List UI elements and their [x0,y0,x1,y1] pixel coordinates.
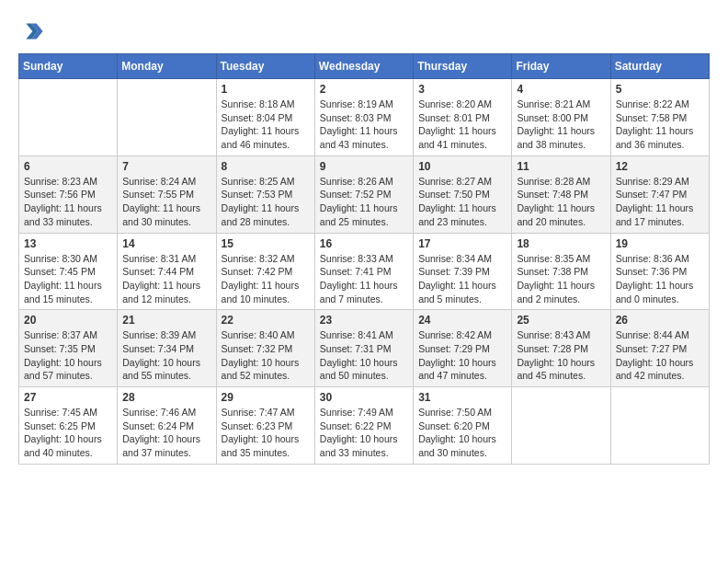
day-info: Sunrise: 8:35 AM Sunset: 7:38 PM Dayligh… [517,252,605,306]
calendar-cell: 17Sunrise: 8:34 AM Sunset: 7:39 PM Dayli… [414,233,512,310]
logo [18,18,48,44]
calendar-cell: 25Sunrise: 8:43 AM Sunset: 7:28 PM Dayli… [512,310,610,387]
day-info: Sunrise: 8:18 AM Sunset: 8:04 PM Dayligh… [222,98,310,152]
day-number: 3 [418,83,506,96]
calendar-cell: 2Sunrise: 8:19 AM Sunset: 8:03 PM Daylig… [314,79,413,156]
day-number: 25 [517,314,605,327]
day-info: Sunrise: 8:24 AM Sunset: 7:55 PM Dayligh… [122,175,210,229]
day-number: 17 [418,237,506,250]
calendar-cell: 5Sunrise: 8:22 AM Sunset: 7:58 PM Daylig… [610,79,709,156]
calendar-cell: 21Sunrise: 8:39 AM Sunset: 7:34 PM Dayli… [118,310,216,387]
day-number: 5 [616,83,704,96]
day-info: Sunrise: 8:34 AM Sunset: 7:39 PM Dayligh… [418,252,506,306]
day-info: Sunrise: 8:27 AM Sunset: 7:50 PM Dayligh… [418,175,506,229]
calendar-body: 1Sunrise: 8:18 AM Sunset: 8:04 PM Daylig… [19,79,710,465]
day-info: Sunrise: 7:47 AM Sunset: 6:23 PM Dayligh… [222,406,310,460]
day-info: Sunrise: 8:43 AM Sunset: 7:28 PM Dayligh… [517,328,605,383]
day-info: Sunrise: 8:37 AM Sunset: 7:35 PM Dayligh… [24,328,112,383]
page-header [18,18,710,44]
header-row: SundayMondayTuesdayWednesdayThursdayFrid… [19,54,710,79]
day-info: Sunrise: 8:32 AM Sunset: 7:42 PM Dayligh… [222,252,310,306]
calendar-cell [512,387,610,465]
day-info: Sunrise: 8:28 AM Sunset: 7:48 PM Dayligh… [517,175,605,229]
day-number: 21 [122,314,210,327]
calendar-cell: 31Sunrise: 7:50 AM Sunset: 6:20 PM Dayli… [414,387,512,465]
day-number: 10 [418,160,506,173]
day-number: 20 [24,314,112,327]
header-cell-saturday: Saturday [610,54,709,79]
calendar-row: 27Sunrise: 7:45 AM Sunset: 6:25 PM Dayli… [19,387,710,465]
calendar-cell: 18Sunrise: 8:35 AM Sunset: 7:38 PM Dayli… [512,233,610,310]
day-info: Sunrise: 8:22 AM Sunset: 7:58 PM Dayligh… [616,98,704,152]
day-info: Sunrise: 8:40 AM Sunset: 7:32 PM Dayligh… [222,328,310,383]
day-number: 23 [320,314,408,327]
calendar-cell: 15Sunrise: 8:32 AM Sunset: 7:42 PM Dayli… [216,233,314,310]
day-number: 31 [418,391,506,404]
day-info: Sunrise: 8:29 AM Sunset: 7:47 PM Dayligh… [616,175,704,229]
header-cell-monday: Monday [118,54,216,79]
day-info: Sunrise: 8:23 AM Sunset: 7:56 PM Dayligh… [24,175,112,229]
calendar-cell: 27Sunrise: 7:45 AM Sunset: 6:25 PM Dayli… [19,387,118,465]
day-info: Sunrise: 8:26 AM Sunset: 7:52 PM Dayligh… [320,175,408,229]
day-number: 6 [24,160,112,173]
calendar-cell: 10Sunrise: 8:27 AM Sunset: 7:50 PM Dayli… [414,155,512,233]
day-info: Sunrise: 8:42 AM Sunset: 7:29 PM Dayligh… [418,328,506,383]
day-number: 2 [320,83,408,96]
header-cell-thursday: Thursday [414,54,512,79]
calendar-row: 13Sunrise: 8:30 AM Sunset: 7:45 PM Dayli… [19,233,710,310]
day-info: Sunrise: 8:20 AM Sunset: 8:01 PM Dayligh… [418,98,506,152]
day-number: 8 [222,160,310,173]
day-info: Sunrise: 8:36 AM Sunset: 7:36 PM Dayligh… [616,252,704,306]
calendar-header: SundayMondayTuesdayWednesdayThursdayFrid… [19,54,710,79]
calendar-cell: 26Sunrise: 8:44 AM Sunset: 7:27 PM Dayli… [610,310,709,387]
day-info: Sunrise: 7:50 AM Sunset: 6:20 PM Dayligh… [418,406,506,460]
day-info: Sunrise: 7:49 AM Sunset: 6:22 PM Dayligh… [320,406,408,460]
day-info: Sunrise: 8:33 AM Sunset: 7:41 PM Dayligh… [320,252,408,306]
calendar-cell [610,387,709,465]
day-info: Sunrise: 8:25 AM Sunset: 7:53 PM Dayligh… [222,175,310,229]
day-number: 7 [122,160,210,173]
calendar-cell: 19Sunrise: 8:36 AM Sunset: 7:36 PM Dayli… [610,233,709,310]
calendar-row: 20Sunrise: 8:37 AM Sunset: 7:35 PM Dayli… [19,310,710,387]
day-number: 14 [122,237,210,250]
day-info: Sunrise: 8:30 AM Sunset: 7:45 PM Dayligh… [24,252,112,306]
calendar-cell: 29Sunrise: 7:47 AM Sunset: 6:23 PM Dayli… [216,387,314,465]
calendar-cell: 4Sunrise: 8:21 AM Sunset: 8:00 PM Daylig… [512,79,610,156]
day-number: 27 [24,391,112,404]
day-info: Sunrise: 8:44 AM Sunset: 7:27 PM Dayligh… [616,328,704,383]
calendar-cell: 6Sunrise: 8:23 AM Sunset: 7:56 PM Daylig… [19,155,118,233]
day-info: Sunrise: 7:45 AM Sunset: 6:25 PM Dayligh… [24,406,112,460]
header-cell-tuesday: Tuesday [216,54,314,79]
day-info: Sunrise: 8:31 AM Sunset: 7:44 PM Dayligh… [122,252,210,306]
day-number: 29 [222,391,310,404]
day-number: 9 [320,160,408,173]
calendar-cell: 3Sunrise: 8:20 AM Sunset: 8:01 PM Daylig… [414,79,512,156]
day-number: 28 [122,391,210,404]
day-number: 18 [517,237,605,250]
calendar-table: SundayMondayTuesdayWednesdayThursdayFrid… [18,53,710,465]
calendar-cell: 16Sunrise: 8:33 AM Sunset: 7:41 PM Dayli… [314,233,413,310]
day-info: Sunrise: 7:46 AM Sunset: 6:24 PM Dayligh… [122,406,210,460]
day-number: 11 [517,160,605,173]
header-cell-friday: Friday [512,54,610,79]
day-number: 1 [222,83,310,96]
day-info: Sunrise: 8:41 AM Sunset: 7:31 PM Dayligh… [320,328,408,383]
calendar-cell: 7Sunrise: 8:24 AM Sunset: 7:55 PM Daylig… [118,155,216,233]
calendar-cell: 23Sunrise: 8:41 AM Sunset: 7:31 PM Dayli… [314,310,413,387]
calendar-cell: 24Sunrise: 8:42 AM Sunset: 7:29 PM Dayli… [414,310,512,387]
calendar-row: 1Sunrise: 8:18 AM Sunset: 8:04 PM Daylig… [19,79,710,156]
calendar-cell: 13Sunrise: 8:30 AM Sunset: 7:45 PM Dayli… [19,233,118,310]
day-number: 24 [418,314,506,327]
calendar-cell: 14Sunrise: 8:31 AM Sunset: 7:44 PM Dayli… [118,233,216,310]
calendar-cell: 28Sunrise: 7:46 AM Sunset: 6:24 PM Dayli… [118,387,216,465]
day-number: 13 [24,237,112,250]
day-number: 4 [517,83,605,96]
calendar-cell [118,79,216,156]
day-number: 19 [616,237,704,250]
day-number: 15 [222,237,310,250]
calendar-cell: 30Sunrise: 7:49 AM Sunset: 6:22 PM Dayli… [314,387,413,465]
header-cell-wednesday: Wednesday [314,54,413,79]
calendar-cell: 22Sunrise: 8:40 AM Sunset: 7:32 PM Dayli… [216,310,314,387]
calendar-cell: 9Sunrise: 8:26 AM Sunset: 7:52 PM Daylig… [314,155,413,233]
calendar-cell [19,79,118,156]
